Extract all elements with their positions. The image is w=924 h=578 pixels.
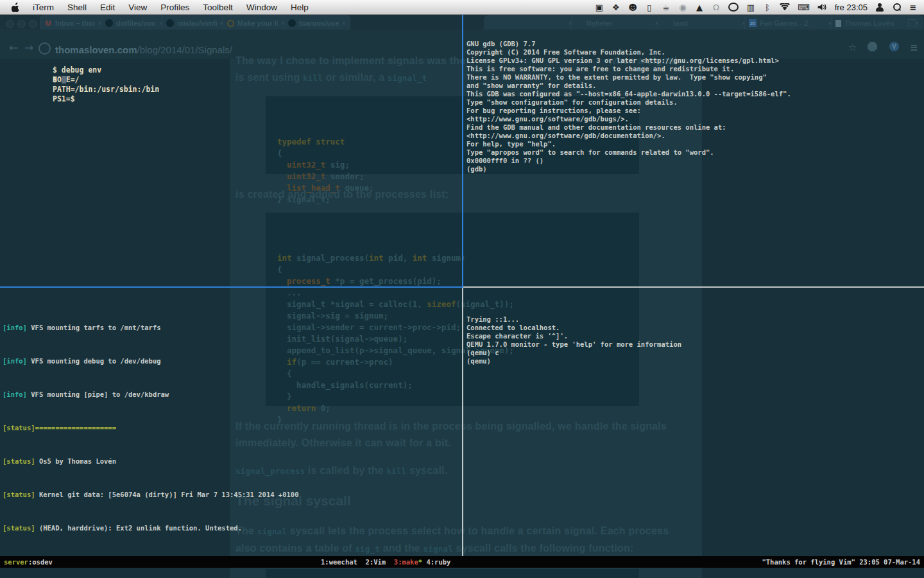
minimize-window-button[interactable] <box>17 20 26 28</box>
window-4[interactable]: 4:ruby <box>426 558 450 566</box>
apple-menu-icon[interactable] <box>12 3 20 12</box>
terminal-line: Find the GDB manual and other documentat… <box>466 123 791 132</box>
blog-paragraph: is sent using kill or similar, a signal_… <box>235 72 427 83</box>
terminal-line: Escape character is '^]'. <box>466 332 681 340</box>
terminal-line: GNU gdb (GDB) 7.7 <box>466 40 791 48</box>
screen: M Inbox – thoma × dotfiles/vim a × misla… <box>0 0 924 578</box>
window-list: 1:weechat 2:Vim 3:make* 4:ruby <box>321 556 450 568</box>
terminal-line: <http://www.gnu.org/software/gdb/bugs/>. <box>466 115 791 123</box>
blog-paragraph: The signal syscall lets the process sele… <box>235 525 669 537</box>
terminal-line: (qemu) c <box>466 349 681 357</box>
input-keyboard-icon[interactable]: ⌨ <box>798 3 810 12</box>
bookmark-star-icon[interactable]: ☆ <box>848 42 857 53</box>
log-line: [info] VFS mounting tarfs to /mnt/tarfs <box>3 324 298 332</box>
terminal-line: For bug reporting instructions, please s… <box>466 107 791 115</box>
log-tag: [status] <box>3 424 35 432</box>
tab-favicon: M <box>44 19 52 27</box>
qemu-pane[interactable]: Trying ::1...Connected to localhost.Esca… <box>466 290 681 365</box>
log-line: [status] Kernel git data: [5e6074a (dirt… <box>3 491 298 499</box>
dropbox-icon[interactable]: ❖ <box>612 3 620 12</box>
browser-tab[interactable]: dotfiles/vim a × <box>101 15 167 30</box>
pane-divider-vertical[interactable] <box>462 288 463 556</box>
kernel-log-pane[interactable]: [info] VFS mounting tarfs to /mnt/tarfs … <box>3 290 298 578</box>
reload-icon[interactable] <box>38 42 51 55</box>
terminal-line: This is free software: you are free to c… <box>466 65 791 73</box>
window-1[interactable]: 1:weechat <box>321 558 357 566</box>
shell-pane[interactable]: $ debug envHOME=/PATH=/bin:/usr/sbin:/bi… <box>53 37 159 104</box>
extension-v-icon[interactable]: V <box>889 42 899 51</box>
window-2[interactable]: 2:Vim <box>366 558 386 566</box>
terminal-line: There is NO WARRANTY, to the extent perm… <box>466 73 791 82</box>
bluetooth-icon[interactable]: ᛒ <box>763 3 772 12</box>
menu-item[interactable]: Help <box>291 3 309 12</box>
menu-item[interactable]: Shell <box>67 3 87 12</box>
log-text: VFS mounting tarfs to /mnt/tarfs <box>27 324 161 331</box>
pane-divider-horizontal-active[interactable] <box>0 286 463 288</box>
wifi-icon[interactable] <box>780 3 790 11</box>
film-icon[interactable]: ◉ <box>678 3 687 12</box>
gdb-pane[interactable]: GNU gdb (GDB) 7.7Copyright (C) 2014 Free… <box>466 15 791 173</box>
menu-item[interactable]: Edit <box>100 3 115 12</box>
zoom-window-button[interactable] <box>29 20 37 28</box>
terminal-line: (qemu) <box>466 357 681 365</box>
browser-tab[interactable]: Make your firs × <box>223 15 289 30</box>
terminal-line: Type "show configuration" for configurat… <box>466 98 791 107</box>
shell-prompt-line: $ <box>53 75 66 85</box>
log-line: [status] (HEAD, harddrive): Ext2 unlink … <box>3 524 298 532</box>
log-text: VFS mounting debug to /dev/debug <box>27 357 161 365</box>
browser-tab[interactable]: toaruos/users × <box>284 15 350 30</box>
terminal-line: HOME=/ <box>53 75 159 85</box>
notifications-bell-icon[interactable]: Ω <box>712 3 721 12</box>
new-window-icon[interactable] <box>908 19 916 26</box>
terminal-line: 0x0000fff0 in ?? () <box>466 157 791 165</box>
battery-icon[interactable]: ▥ <box>746 3 755 12</box>
blog-paragraph: The way I chose to implement signals was… <box>235 55 465 67</box>
terminal-line: <http://www.gnu.org/software/gdb/documen… <box>466 132 791 140</box>
code-line: uint32_t sig; <box>277 159 374 171</box>
close-window-button[interactable] <box>6 20 14 28</box>
menu-item[interactable]: iTerm <box>33 3 54 12</box>
window-3-active[interactable]: 3:make <box>394 558 418 566</box>
menu-item[interactable]: Profiles <box>160 3 189 12</box>
tab-favicon <box>288 19 296 27</box>
tab-close-icon[interactable]: × <box>342 19 346 27</box>
browser-tab[interactable]: M Inbox – thoma × <box>40 15 107 30</box>
face-app-icon[interactable]: ☻ <box>628 3 637 12</box>
terminal-line: PATH=/bin:/usr/sbin:/bin <box>53 85 159 94</box>
log-text: ==================== <box>35 424 116 432</box>
terminal-line: Connected to localhost. <box>466 324 681 332</box>
menu-item[interactable]: Toolbelt <box>203 3 233 12</box>
display-icon[interactable]: ▯ <box>645 3 654 12</box>
tab-label: Make your firs <box>237 19 278 27</box>
browser-menu-icon[interactable]: ≡ <box>910 42 918 53</box>
terminal-line: License GPLv3+: GNU GPL version 3 or lat… <box>466 57 791 65</box>
tab-label: Thomas Lovén <box>844 19 912 27</box>
messages-chat-icon[interactable] <box>728 3 739 12</box>
notification-center-icon[interactable]: ≡ <box>909 3 918 12</box>
terminal-line: $ debug env <box>53 66 159 75</box>
window-manager-icon[interactable]: ▣ <box>595 3 604 12</box>
code-line: process_t *p = get_process(pid); <box>277 276 514 287</box>
menu-bar-clock[interactable]: fre 23:05 <box>835 3 868 12</box>
tab-label: Inbox – thoma <box>55 19 95 27</box>
spotlight-search-icon[interactable] <box>892 3 901 12</box>
menu-item[interactable]: Window <box>246 3 277 12</box>
blog-paragraph: If the currently running thread is in th… <box>235 421 667 432</box>
pane-divider-horizontal[interactable] <box>463 286 924 288</box>
browser-tab[interactable]: mislav/vimfile × <box>162 15 228 30</box>
log-text: Kernel git data: [5e6074a (dirty)] Fri M… <box>35 491 299 498</box>
log-tag: [status] <box>3 491 35 498</box>
menu-item[interactable]: View <box>128 3 147 12</box>
google-drive-icon[interactable]: ▲ <box>695 3 704 12</box>
pane-divider-vertical-active[interactable] <box>462 14 463 286</box>
tab-favicon <box>166 19 174 27</box>
code-line: uint32_t sender; <box>277 171 374 182</box>
user-account-icon[interactable] <box>875 3 884 12</box>
tab-label: mislav/vimfile <box>177 19 217 27</box>
coffee-caffeine-icon[interactable]: ☕ <box>662 3 671 12</box>
forward-button[interactable]: → <box>24 41 33 54</box>
adblock-icon[interactable] <box>868 42 877 51</box>
volume-icon[interactable] <box>817 3 827 11</box>
log-tag: [info] <box>3 390 27 398</box>
back-button[interactable]: ← <box>9 41 18 54</box>
